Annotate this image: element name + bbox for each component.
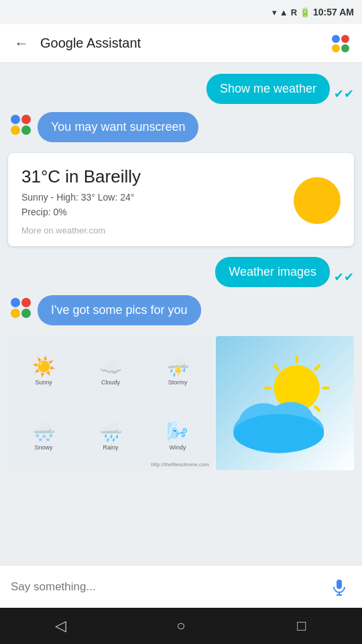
- image-source-label: http://thefilesofmine.com: [151, 462, 209, 468]
- collage-cloudy: ☁️ Cloudy: [78, 339, 143, 402]
- collage-snowy: 🌨️ Snowy: [11, 404, 76, 468]
- page-title: Google Assistant: [40, 36, 327, 51]
- assistant-message-1-row: You may want sunscreen: [8, 112, 354, 142]
- input-bar: [0, 565, 362, 608]
- weather-info: 31°C in Bareilly Sunny - High: 33° Low: …: [21, 166, 141, 235]
- nav-back-icon: ◁: [55, 617, 66, 635]
- svg-line-6: [316, 366, 319, 369]
- assistant-bubble-1: You may want sunscreen: [38, 112, 198, 142]
- weather-card: 31°C in Bareilly Sunny - High: 33° Low: …: [8, 153, 354, 246]
- weather-details: Sunny - High: 33° Low: 24° Precip: 0%: [21, 190, 141, 220]
- r-indicator: R: [291, 7, 297, 17]
- assistant-avatar-1: [8, 112, 32, 136]
- user-bubble-2: Weather images: [215, 257, 330, 287]
- weather-temperature: 31°C in Bareilly: [21, 166, 141, 187]
- status-time: 10:57 AM: [313, 7, 354, 17]
- svg-rect-13: [337, 580, 342, 589]
- partly-cloudy-image[interactable]: [216, 336, 354, 470]
- signal-icon: ▲: [280, 7, 288, 17]
- weather-collage: ☀️ Sunny ☁️ Cloudy ⛈️ Stormy 🌨️ Snowy 🌧️: [8, 336, 213, 470]
- sunny-icon: ☀️: [32, 356, 56, 378]
- assistant-avatar-2: [8, 295, 32, 319]
- collage-rainy: 🌧️ Rainy: [78, 404, 143, 468]
- weather-collage-image[interactable]: ☀️ Sunny ☁️ Cloudy ⛈️ Stormy 🌨️ Snowy 🌧️: [8, 336, 213, 470]
- stormy-label: Stormy: [168, 379, 188, 386]
- read-check-icon-2: ✔✔: [334, 270, 354, 284]
- windy-label: Windy: [169, 444, 186, 451]
- user-message-1-row: Show me weather ✔✔: [8, 74, 354, 104]
- assistant-bubble-2: I've got some pics for you: [38, 295, 201, 325]
- sun-icon: [294, 177, 341, 224]
- svg-point-12: [233, 414, 324, 453]
- nav-recents-button[interactable]: □: [282, 608, 322, 644]
- back-button[interactable]: ←: [8, 30, 35, 57]
- mic-button[interactable]: [327, 575, 351, 599]
- status-bar: ▾ ▲ R 🔋 10:57 AM: [0, 0, 362, 24]
- weather-image-grid[interactable]: ☀️ Sunny ☁️ Cloudy ⛈️ Stormy 🌨️ Snowy 🌧️: [8, 336, 354, 470]
- cloudy-icon: ☁️: [99, 356, 123, 378]
- mic-icon: [330, 578, 349, 596]
- chat-area: Show me weather ✔✔ You may want sunscree…: [0, 63, 362, 565]
- windy-icon: 🌬️: [166, 421, 190, 443]
- user-message-2-row: Weather images ✔✔: [8, 257, 354, 287]
- nav-recents-icon: □: [297, 617, 306, 635]
- back-icon: ←: [14, 35, 29, 52]
- weather-source: More on weather.com: [21, 225, 141, 235]
- battery-icon: 🔋: [300, 7, 310, 17]
- svg-line-8: [316, 407, 319, 410]
- nav-back-button[interactable]: ◁: [40, 608, 80, 644]
- read-check-icon-1: ✔✔: [334, 87, 354, 101]
- chat-input[interactable]: [11, 572, 319, 602]
- collage-sunny: ☀️ Sunny: [11, 339, 76, 402]
- cloudy-label: Cloudy: [101, 379, 120, 386]
- partly-cloudy-svg: [223, 343, 347, 464]
- svg-line-5: [275, 366, 278, 369]
- google-logo-button[interactable]: [327, 30, 354, 57]
- status-icons: ▾ ▲ R 🔋 10:57 AM: [272, 7, 354, 17]
- bottom-navigation: ◁ ○ □: [0, 608, 362, 644]
- wifi-icon: ▾: [272, 7, 277, 17]
- weather-high-low: Sunny - High: 33° Low: 24°: [21, 192, 134, 203]
- snowy-label: Snowy: [34, 444, 52, 451]
- user-bubble-1: Show me weather: [206, 74, 330, 104]
- nav-home-icon: ○: [176, 617, 185, 635]
- weather-main-row: 31°C in Bareilly Sunny - High: 33° Low: …: [21, 166, 341, 235]
- google-dots-icon: [332, 35, 349, 52]
- rainy-icon: 🌧️: [99, 421, 123, 443]
- weather-precip: Precip: 0%: [21, 207, 67, 217]
- nav-home-button[interactable]: ○: [161, 608, 201, 644]
- collage-windy: 🌬️ Windy: [145, 404, 210, 468]
- rainy-label: Rainy: [103, 444, 118, 451]
- collage-stormy: ⛈️ Stormy: [145, 339, 210, 402]
- assistant-message-2-row: I've got some pics for you: [8, 295, 354, 325]
- top-bar: ← Google Assistant: [0, 24, 362, 63]
- sunny-label: Sunny: [35, 379, 52, 386]
- stormy-icon: ⛈️: [166, 356, 190, 378]
- snowy-icon: 🌨️: [32, 421, 56, 443]
